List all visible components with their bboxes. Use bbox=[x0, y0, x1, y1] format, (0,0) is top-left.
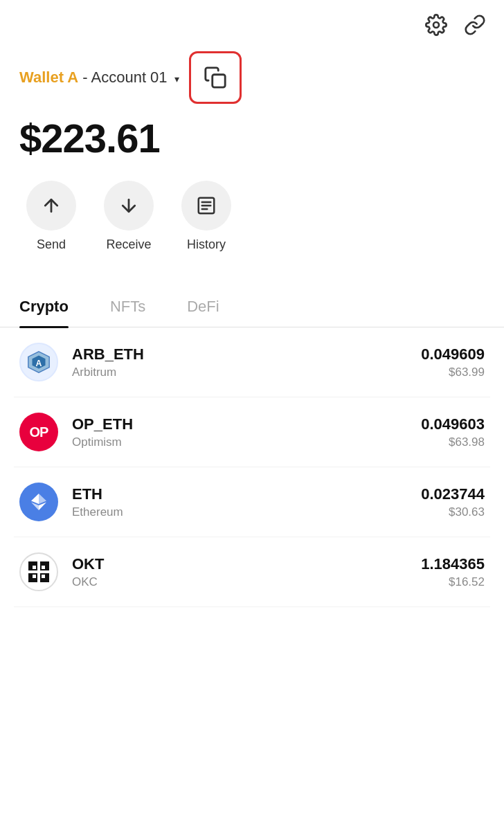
history-label: History bbox=[187, 237, 226, 252]
op-eth-values: 0.049603 $63.98 bbox=[421, 415, 485, 449]
svg-rect-19 bbox=[33, 566, 36, 569]
tab-nfts[interactable]: NFTs bbox=[110, 287, 145, 327]
svg-text:A: A bbox=[36, 359, 42, 368]
asset-list: A ARB_ETH Arbitrum 0.049609 $63.99 OP OP… bbox=[0, 327, 504, 607]
asset-item-op-eth[interactable]: OP OP_ETH Optimism 0.049603 $63.98 bbox=[14, 397, 490, 467]
eth-info: ETH Ethereum bbox=[72, 485, 421, 519]
actions-row: Send Receive History bbox=[19, 181, 485, 252]
link-icon[interactable] bbox=[462, 12, 487, 37]
arb-eth-network: Arbitrum bbox=[72, 366, 421, 379]
account-title[interactable]: Wallet A - Account 01 ▾ bbox=[19, 69, 179, 87]
okt-values: 1.184365 $16.52 bbox=[421, 555, 485, 589]
toolbar bbox=[0, 0, 504, 44]
account-name: - Account 01 bbox=[82, 69, 167, 86]
op-eth-name: OP_ETH bbox=[72, 415, 421, 433]
eth-amount: 0.023744 bbox=[421, 485, 485, 503]
arb-eth-usd: $63.99 bbox=[421, 366, 485, 379]
okt-info: OKT OKC bbox=[72, 555, 421, 589]
okt-usd: $16.52 bbox=[421, 575, 485, 589]
eth-values: 0.023744 $30.63 bbox=[421, 485, 485, 519]
svg-marker-12 bbox=[31, 494, 39, 504]
header-section: Wallet A - Account 01 ▾ $223.61 Send bbox=[0, 44, 504, 287]
asset-item-okt[interactable]: OKT OKC 1.184365 $16.52 bbox=[14, 537, 490, 607]
op-eth-usd: $63.98 bbox=[421, 435, 485, 449]
okt-name: OKT bbox=[72, 555, 421, 573]
eth-name: ETH bbox=[72, 485, 421, 503]
okt-network: OKC bbox=[72, 575, 421, 589]
send-button[interactable]: Send bbox=[26, 181, 76, 252]
okt-icon bbox=[19, 552, 58, 591]
arb-eth-values: 0.049609 $63.99 bbox=[421, 345, 485, 379]
wallet-name: Wallet A bbox=[19, 69, 78, 86]
balance-display: $223.61 bbox=[19, 115, 485, 161]
eth-icon bbox=[19, 483, 58, 521]
settings-icon[interactable] bbox=[424, 12, 449, 37]
arb-eth-info: ARB_ETH Arbitrum bbox=[72, 345, 421, 379]
tab-defi[interactable]: DeFi bbox=[187, 287, 219, 327]
eth-usd: $30.63 bbox=[421, 505, 485, 519]
asset-item-eth[interactable]: ETH Ethereum 0.023744 $30.63 bbox=[14, 467, 490, 537]
arb-eth-name: ARB_ETH bbox=[72, 345, 421, 363]
okt-amount: 1.184365 bbox=[421, 555, 485, 573]
arb-eth-icon: A bbox=[19, 343, 58, 381]
receive-button[interactable]: Receive bbox=[104, 181, 154, 252]
tab-crypto[interactable]: Crypto bbox=[19, 287, 69, 327]
tabs-row: Crypto NFTs DeFi bbox=[0, 287, 504, 327]
op-eth-icon: OP bbox=[19, 413, 58, 451]
svg-rect-22 bbox=[42, 575, 45, 578]
svg-marker-11 bbox=[39, 494, 46, 504]
send-label: Send bbox=[37, 237, 66, 252]
history-icon-circle bbox=[181, 181, 231, 231]
op-eth-amount: 0.049603 bbox=[421, 415, 485, 433]
account-row: Wallet A - Account 01 ▾ bbox=[19, 51, 485, 104]
svg-point-0 bbox=[433, 22, 439, 28]
send-icon-circle bbox=[26, 181, 76, 231]
op-eth-network: Optimism bbox=[72, 435, 421, 449]
history-button[interactable]: History bbox=[181, 181, 231, 252]
chevron-down-icon: ▾ bbox=[174, 73, 179, 84]
asset-item-arb-eth[interactable]: A ARB_ETH Arbitrum 0.049609 $63.99 bbox=[14, 327, 490, 397]
eth-network: Ethereum bbox=[72, 505, 421, 519]
copy-address-button[interactable] bbox=[189, 51, 242, 104]
arb-eth-amount: 0.049609 bbox=[421, 345, 485, 363]
svg-rect-21 bbox=[33, 575, 36, 578]
svg-rect-1 bbox=[212, 75, 224, 87]
svg-rect-20 bbox=[42, 566, 45, 569]
receive-label: Receive bbox=[106, 237, 151, 252]
receive-icon-circle bbox=[104, 181, 154, 231]
op-eth-info: OP_ETH Optimism bbox=[72, 415, 421, 449]
